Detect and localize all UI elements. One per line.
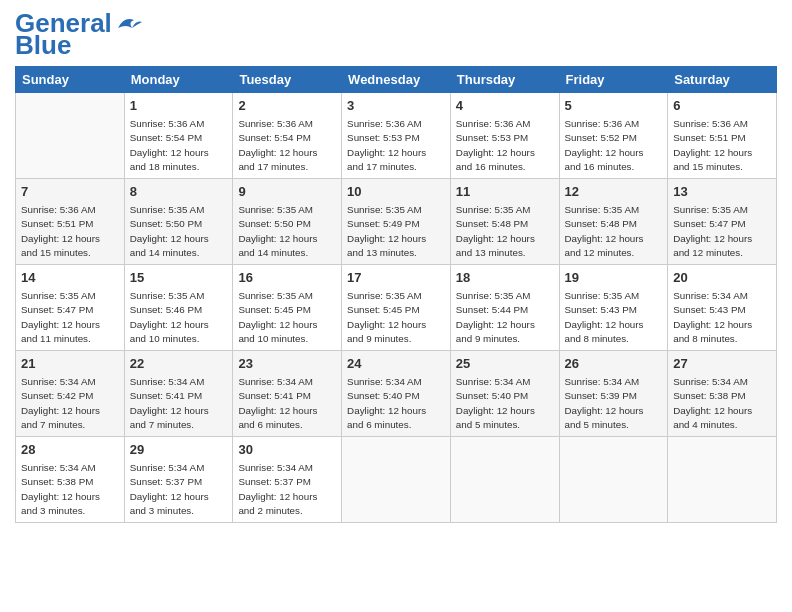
day-info: Sunrise: 5:34 AM Sunset: 5:38 PM Dayligh… bbox=[673, 375, 771, 432]
day-number: 10 bbox=[347, 183, 445, 201]
day-info: Sunrise: 5:35 AM Sunset: 5:48 PM Dayligh… bbox=[456, 203, 554, 260]
day-number: 28 bbox=[21, 441, 119, 459]
calendar-cell bbox=[668, 437, 777, 523]
day-info: Sunrise: 5:35 AM Sunset: 5:43 PM Dayligh… bbox=[565, 289, 663, 346]
day-number: 19 bbox=[565, 269, 663, 287]
day-number: 6 bbox=[673, 97, 771, 115]
day-number: 11 bbox=[456, 183, 554, 201]
day-number: 7 bbox=[21, 183, 119, 201]
calendar-cell: 8Sunrise: 5:35 AM Sunset: 5:50 PM Daylig… bbox=[124, 179, 233, 265]
day-info: Sunrise: 5:36 AM Sunset: 5:54 PM Dayligh… bbox=[238, 117, 336, 174]
day-number: 17 bbox=[347, 269, 445, 287]
day-number: 13 bbox=[673, 183, 771, 201]
day-info: Sunrise: 5:34 AM Sunset: 5:43 PM Dayligh… bbox=[673, 289, 771, 346]
day-info: Sunrise: 5:34 AM Sunset: 5:37 PM Dayligh… bbox=[238, 461, 336, 518]
day-info: Sunrise: 5:35 AM Sunset: 5:48 PM Dayligh… bbox=[565, 203, 663, 260]
calendar-cell: 7Sunrise: 5:36 AM Sunset: 5:51 PM Daylig… bbox=[16, 179, 125, 265]
calendar-cell: 11Sunrise: 5:35 AM Sunset: 5:48 PM Dayli… bbox=[450, 179, 559, 265]
day-number: 14 bbox=[21, 269, 119, 287]
calendar-cell bbox=[342, 437, 451, 523]
day-number: 23 bbox=[238, 355, 336, 373]
calendar-cell: 18Sunrise: 5:35 AM Sunset: 5:44 PM Dayli… bbox=[450, 265, 559, 351]
calendar-cell: 3Sunrise: 5:36 AM Sunset: 5:53 PM Daylig… bbox=[342, 93, 451, 179]
calendar-cell: 17Sunrise: 5:35 AM Sunset: 5:45 PM Dayli… bbox=[342, 265, 451, 351]
calendar-table: SundayMondayTuesdayWednesdayThursdayFrid… bbox=[15, 66, 777, 523]
day-info: Sunrise: 5:36 AM Sunset: 5:53 PM Dayligh… bbox=[456, 117, 554, 174]
calendar-cell: 1Sunrise: 5:36 AM Sunset: 5:54 PM Daylig… bbox=[124, 93, 233, 179]
day-number: 1 bbox=[130, 97, 228, 115]
calendar-cell: 28Sunrise: 5:34 AM Sunset: 5:38 PM Dayli… bbox=[16, 437, 125, 523]
calendar-cell bbox=[559, 437, 668, 523]
calendar-cell: 14Sunrise: 5:35 AM Sunset: 5:47 PM Dayli… bbox=[16, 265, 125, 351]
calendar-cell: 22Sunrise: 5:34 AM Sunset: 5:41 PM Dayli… bbox=[124, 351, 233, 437]
day-info: Sunrise: 5:36 AM Sunset: 5:51 PM Dayligh… bbox=[21, 203, 119, 260]
calendar-cell: 16Sunrise: 5:35 AM Sunset: 5:45 PM Dayli… bbox=[233, 265, 342, 351]
calendar-cell: 24Sunrise: 5:34 AM Sunset: 5:40 PM Dayli… bbox=[342, 351, 451, 437]
calendar-cell: 19Sunrise: 5:35 AM Sunset: 5:43 PM Dayli… bbox=[559, 265, 668, 351]
day-number: 21 bbox=[21, 355, 119, 373]
day-info: Sunrise: 5:36 AM Sunset: 5:54 PM Dayligh… bbox=[130, 117, 228, 174]
day-info: Sunrise: 5:34 AM Sunset: 5:38 PM Dayligh… bbox=[21, 461, 119, 518]
day-info: Sunrise: 5:35 AM Sunset: 5:44 PM Dayligh… bbox=[456, 289, 554, 346]
day-number: 9 bbox=[238, 183, 336, 201]
calendar-cell: 20Sunrise: 5:34 AM Sunset: 5:43 PM Dayli… bbox=[668, 265, 777, 351]
day-number: 30 bbox=[238, 441, 336, 459]
day-info: Sunrise: 5:35 AM Sunset: 5:50 PM Dayligh… bbox=[238, 203, 336, 260]
logo: General Blue bbox=[15, 10, 105, 58]
calendar-cell: 12Sunrise: 5:35 AM Sunset: 5:48 PM Dayli… bbox=[559, 179, 668, 265]
calendar-week-row: 28Sunrise: 5:34 AM Sunset: 5:38 PM Dayli… bbox=[16, 437, 777, 523]
day-number: 2 bbox=[238, 97, 336, 115]
day-number: 29 bbox=[130, 441, 228, 459]
calendar-cell: 29Sunrise: 5:34 AM Sunset: 5:37 PM Dayli… bbox=[124, 437, 233, 523]
calendar-cell: 4Sunrise: 5:36 AM Sunset: 5:53 PM Daylig… bbox=[450, 93, 559, 179]
day-info: Sunrise: 5:34 AM Sunset: 5:40 PM Dayligh… bbox=[347, 375, 445, 432]
day-number: 16 bbox=[238, 269, 336, 287]
weekday-header-saturday: Saturday bbox=[668, 67, 777, 93]
day-number: 15 bbox=[130, 269, 228, 287]
calendar-cell: 13Sunrise: 5:35 AM Sunset: 5:47 PM Dayli… bbox=[668, 179, 777, 265]
weekday-header-friday: Friday bbox=[559, 67, 668, 93]
day-info: Sunrise: 5:34 AM Sunset: 5:41 PM Dayligh… bbox=[238, 375, 336, 432]
calendar-cell: 2Sunrise: 5:36 AM Sunset: 5:54 PM Daylig… bbox=[233, 93, 342, 179]
day-number: 3 bbox=[347, 97, 445, 115]
calendar-cell: 30Sunrise: 5:34 AM Sunset: 5:37 PM Dayli… bbox=[233, 437, 342, 523]
day-number: 8 bbox=[130, 183, 228, 201]
day-number: 20 bbox=[673, 269, 771, 287]
calendar-cell: 26Sunrise: 5:34 AM Sunset: 5:39 PM Dayli… bbox=[559, 351, 668, 437]
day-number: 22 bbox=[130, 355, 228, 373]
day-info: Sunrise: 5:35 AM Sunset: 5:46 PM Dayligh… bbox=[130, 289, 228, 346]
day-number: 25 bbox=[456, 355, 554, 373]
weekday-header-monday: Monday bbox=[124, 67, 233, 93]
day-info: Sunrise: 5:36 AM Sunset: 5:52 PM Dayligh… bbox=[565, 117, 663, 174]
calendar-cell: 15Sunrise: 5:35 AM Sunset: 5:46 PM Dayli… bbox=[124, 265, 233, 351]
calendar-cell: 27Sunrise: 5:34 AM Sunset: 5:38 PM Dayli… bbox=[668, 351, 777, 437]
day-info: Sunrise: 5:35 AM Sunset: 5:45 PM Dayligh… bbox=[238, 289, 336, 346]
weekday-header-tuesday: Tuesday bbox=[233, 67, 342, 93]
day-number: 5 bbox=[565, 97, 663, 115]
calendar-cell: 21Sunrise: 5:34 AM Sunset: 5:42 PM Dayli… bbox=[16, 351, 125, 437]
page-header: General Blue bbox=[15, 10, 777, 58]
day-info: Sunrise: 5:36 AM Sunset: 5:51 PM Dayligh… bbox=[673, 117, 771, 174]
calendar-week-row: 7Sunrise: 5:36 AM Sunset: 5:51 PM Daylig… bbox=[16, 179, 777, 265]
day-info: Sunrise: 5:35 AM Sunset: 5:47 PM Dayligh… bbox=[21, 289, 119, 346]
day-number: 27 bbox=[673, 355, 771, 373]
calendar-cell: 25Sunrise: 5:34 AM Sunset: 5:40 PM Dayli… bbox=[450, 351, 559, 437]
calendar-cell: 5Sunrise: 5:36 AM Sunset: 5:52 PM Daylig… bbox=[559, 93, 668, 179]
calendar-week-row: 1Sunrise: 5:36 AM Sunset: 5:54 PM Daylig… bbox=[16, 93, 777, 179]
day-number: 4 bbox=[456, 97, 554, 115]
day-info: Sunrise: 5:35 AM Sunset: 5:47 PM Dayligh… bbox=[673, 203, 771, 260]
weekday-header-sunday: Sunday bbox=[16, 67, 125, 93]
day-number: 18 bbox=[456, 269, 554, 287]
day-info: Sunrise: 5:36 AM Sunset: 5:53 PM Dayligh… bbox=[347, 117, 445, 174]
day-number: 12 bbox=[565, 183, 663, 201]
calendar-cell: 9Sunrise: 5:35 AM Sunset: 5:50 PM Daylig… bbox=[233, 179, 342, 265]
day-info: Sunrise: 5:34 AM Sunset: 5:39 PM Dayligh… bbox=[565, 375, 663, 432]
calendar-cell bbox=[16, 93, 125, 179]
weekday-header-wednesday: Wednesday bbox=[342, 67, 451, 93]
calendar-week-row: 21Sunrise: 5:34 AM Sunset: 5:42 PM Dayli… bbox=[16, 351, 777, 437]
day-info: Sunrise: 5:35 AM Sunset: 5:50 PM Dayligh… bbox=[130, 203, 228, 260]
calendar-cell: 23Sunrise: 5:34 AM Sunset: 5:41 PM Dayli… bbox=[233, 351, 342, 437]
day-info: Sunrise: 5:34 AM Sunset: 5:40 PM Dayligh… bbox=[456, 375, 554, 432]
day-info: Sunrise: 5:34 AM Sunset: 5:37 PM Dayligh… bbox=[130, 461, 228, 518]
day-number: 24 bbox=[347, 355, 445, 373]
